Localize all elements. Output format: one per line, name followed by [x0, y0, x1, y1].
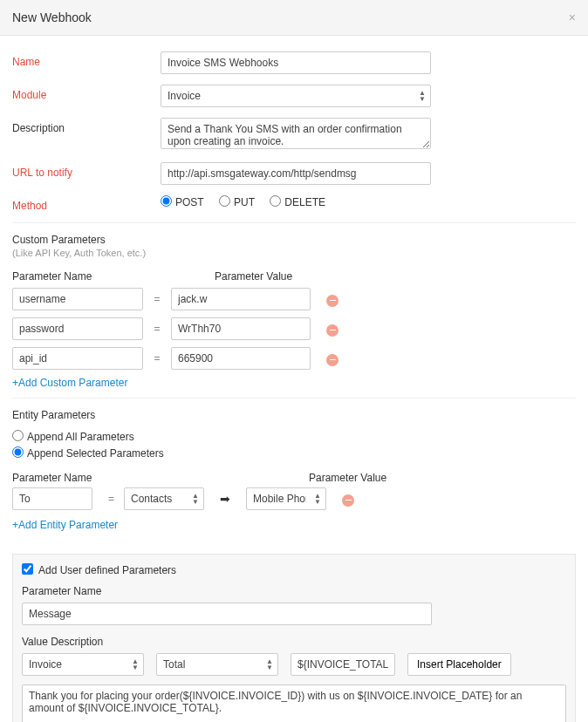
custom-name-input[interactable]	[12, 288, 143, 310]
entity-source-select[interactable]: Contacts	[124, 487, 204, 510]
custom-value-input[interactable]	[171, 288, 311, 310]
entity-title: Entity Parameters	[12, 409, 576, 421]
append-all-radio[interactable]: Append All Parameters	[12, 431, 134, 443]
custom-row: =	[12, 288, 576, 310]
method-radios: POST PUT DELETE	[161, 195, 576, 208]
equals-sign: =	[92, 493, 124, 505]
append-selected-radio[interactable]: Append Selected Parameters	[12, 447, 164, 460]
arrow-right-icon: ➡	[220, 492, 230, 506]
custom-row: =	[12, 347, 576, 370]
custom-name-input[interactable]	[12, 347, 143, 370]
udp-value-desc-label: Value Description	[22, 636, 566, 648]
remove-icon[interactable]	[326, 324, 338, 337]
url-label: URL to notify	[12, 162, 161, 179]
add-entity-link[interactable]: +Add Entity Parameter	[12, 519, 576, 531]
equals-sign: =	[143, 352, 171, 364]
dialog-header: New Webhook ×	[0, 0, 588, 36]
udp-placeholder-input[interactable]	[291, 653, 395, 676]
udp-section: Add User defined Parameters Parameter Na…	[12, 540, 576, 722]
name-input[interactable]	[161, 51, 431, 74]
udp-field-select[interactable]: Total	[156, 653, 278, 676]
entity-header-name: Parameter Name	[12, 472, 309, 484]
custom-header-name: Parameter Name	[12, 270, 161, 283]
udp-checkbox[interactable]: Add User defined Parameters	[22, 564, 176, 576]
method-put[interactable]: PUT	[219, 196, 255, 208]
close-icon[interactable]: ×	[569, 10, 576, 24]
equals-sign: =	[143, 323, 171, 335]
insert-placeholder-button[interactable]: Insert Placeholder	[407, 653, 511, 676]
remove-icon[interactable]	[326, 295, 338, 307]
custom-header-value: Parameter Value	[215, 270, 292, 283]
module-label: Module	[12, 85, 161, 101]
add-custom-link[interactable]: +Add Custom Parameter	[12, 377, 576, 389]
entity-parameters-section: Entity Parameters Append All Parameters …	[12, 398, 576, 531]
custom-title: Custom Parameters	[12, 234, 576, 246]
method-post[interactable]: POST	[161, 196, 204, 208]
custom-row: =	[12, 317, 576, 340]
custom-subtitle: (Like API Key, Auth Token, etc.)	[12, 248, 576, 258]
remove-icon[interactable]	[342, 494, 354, 507]
entity-field-select[interactable]: Mobile Phone	[246, 487, 326, 510]
method-label: Method	[12, 195, 161, 212]
custom-parameters-section: Custom Parameters (Like API Key, Auth To…	[12, 222, 576, 389]
custom-name-input[interactable]	[12, 317, 143, 340]
udp-param-name-input[interactable]	[22, 603, 432, 625]
module-select[interactable]: Invoice	[161, 85, 431, 107]
entity-header-value: Parameter Value	[309, 472, 386, 484]
description-textarea[interactable]: Send a Thank You SMS with an order confi…	[161, 118, 431, 149]
method-delete[interactable]: DELETE	[270, 196, 325, 208]
entity-name-input[interactable]	[12, 487, 92, 510]
custom-value-input[interactable]	[171, 317, 311, 340]
udp-entity-select[interactable]: Invoice	[22, 653, 144, 676]
udp-value-textarea[interactable]: Thank you for placing your order(${INVOI…	[22, 685, 566, 722]
description-label: Description	[12, 118, 161, 134]
remove-icon[interactable]	[326, 354, 338, 366]
dialog-title: New Webhook	[12, 10, 92, 24]
equals-sign: =	[143, 293, 171, 305]
dialog-body: Name Module Invoice ▲▼ Description Send …	[0, 36, 588, 722]
entity-row: = Contacts ▲▼ ➡ Mobile Phone ▲▼	[12, 487, 576, 510]
name-label: Name	[12, 51, 161, 68]
udp-param-name-label: Parameter Name	[22, 585, 566, 597]
url-input[interactable]	[161, 162, 431, 185]
custom-value-input[interactable]	[171, 347, 311, 370]
